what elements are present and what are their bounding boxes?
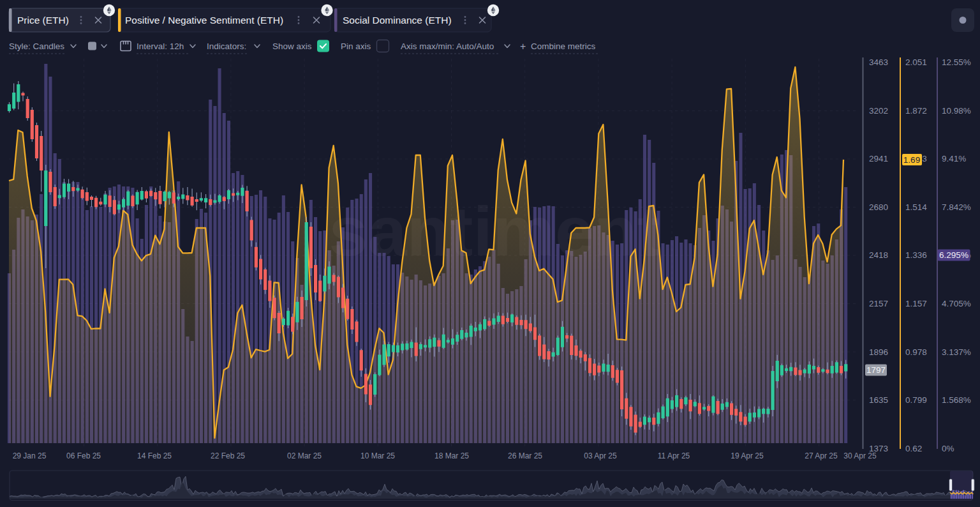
svg-text:Pin axis: Pin axis (341, 42, 371, 51)
svg-text:Indicators:: Indicators: (207, 42, 246, 51)
svg-text:19 Apr 25: 19 Apr 25 (731, 451, 764, 460)
svg-text:12.55%: 12.55% (942, 57, 971, 67)
svg-text:10 Mar 25: 10 Mar 25 (360, 451, 395, 460)
svg-text:1.69: 1.69 (903, 155, 920, 165)
svg-text:7.842%: 7.842% (942, 202, 971, 212)
svg-text:Interval: 12h: Interval: 12h (137, 42, 184, 51)
svg-text:0%: 0% (942, 444, 954, 453)
svg-text:27 Apr 25: 27 Apr 25 (805, 451, 838, 460)
svg-text:9.41%: 9.41% (942, 154, 966, 163)
svg-text:1896: 1896 (869, 347, 888, 357)
svg-text:3202: 3202 (869, 106, 888, 116)
svg-text:Show axis: Show axis (272, 42, 312, 51)
svg-text:26 Mar 25: 26 Mar 25 (508, 451, 542, 460)
svg-text:2680: 2680 (869, 202, 888, 212)
svg-text:30 Apr 25: 30 Apr 25 (843, 451, 877, 460)
svg-text:03 Apr 25: 03 Apr 25 (584, 451, 617, 460)
svg-text:3463: 3463 (869, 57, 888, 67)
svg-text:0.799: 0.799 (905, 395, 927, 405)
svg-text:6.295%: 6.295% (939, 250, 969, 260)
svg-text:02 Mar 25: 02 Mar 25 (287, 451, 322, 460)
svg-text:2.051: 2.051 (905, 57, 927, 67)
svg-text:Style: Candles: Style: Candles (9, 42, 64, 51)
svg-text:0.62: 0.62 (905, 444, 922, 453)
svg-text:2941: 2941 (869, 154, 888, 163)
svg-text:Positive / Negative Sentiment: Positive / Negative Sentiment (ETH) (125, 15, 283, 26)
svg-text:14 Feb 25: 14 Feb 25 (137, 451, 172, 460)
svg-text:06 Feb 25: 06 Feb 25 (66, 451, 101, 460)
svg-text:1.514: 1.514 (905, 202, 927, 212)
svg-text:2157: 2157 (869, 299, 888, 308)
svg-text:4.705%: 4.705% (942, 299, 971, 308)
svg-text:1635: 1635 (869, 395, 888, 405)
svg-text:1.872: 1.872 (905, 106, 927, 116)
svg-text:29 Jan 25: 29 Jan 25 (13, 451, 47, 460)
svg-text:22 Feb 25: 22 Feb 25 (211, 451, 245, 460)
svg-text:Price (ETH): Price (ETH) (17, 15, 69, 26)
svg-text:1.336: 1.336 (905, 250, 927, 260)
svg-text:1.568%: 1.568% (942, 395, 971, 405)
svg-text:Axis max/min: Auto/Auto: Axis max/min: Auto/Auto (401, 42, 494, 51)
svg-text:11 Apr 25: 11 Apr 25 (658, 451, 690, 460)
svg-text:+: + (520, 41, 526, 52)
svg-text:Combine metrics: Combine metrics (531, 42, 596, 51)
svg-text:2418: 2418 (869, 250, 888, 260)
svg-text:10.98%: 10.98% (942, 106, 971, 116)
svg-text:1797: 1797 (866, 365, 886, 375)
svg-text:0.978: 0.978 (905, 347, 927, 357)
svg-text:1.157: 1.157 (905, 299, 927, 308)
svg-text:Social Dominance (ETH): Social Dominance (ETH) (343, 15, 452, 26)
svg-text:3.137%: 3.137% (942, 347, 971, 357)
svg-text:18 Mar 25: 18 Mar 25 (434, 451, 469, 460)
